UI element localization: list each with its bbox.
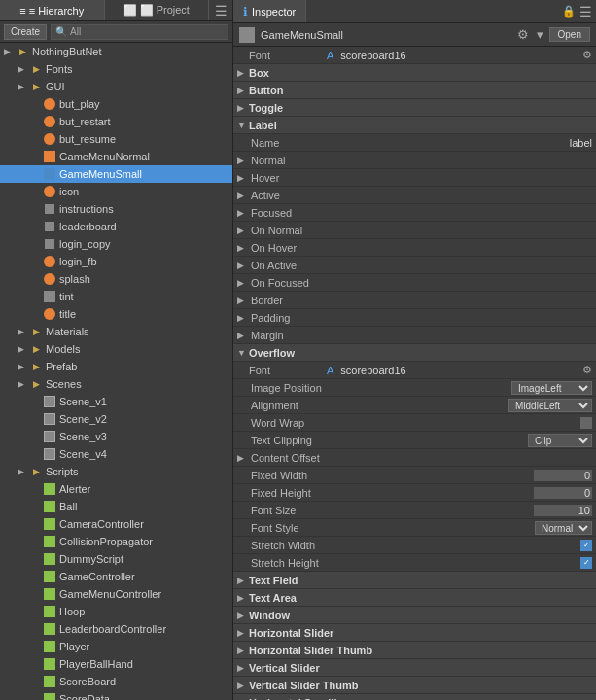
tree-item[interactable]: login_copy (0, 235, 232, 253)
inspector-tab-bar: ℹ Inspector 🔒 ☰ (233, 0, 596, 23)
tree-item[interactable]: ▶▶NothingButNet (0, 43, 232, 60)
open-button[interactable]: Open (549, 27, 590, 42)
script-icon (43, 622, 56, 636)
box-section[interactable]: ▶ Box (233, 64, 596, 82)
text-clipping-select[interactable]: Clip Overflow (528, 434, 592, 447)
fixed-height-input[interactable] (534, 487, 592, 499)
tree-item-label: Scripts (46, 466, 79, 477)
tree-item[interactable]: login_fb (0, 253, 232, 270)
tree-item[interactable]: DummyScript (0, 550, 232, 568)
font-style-select[interactable]: Normal Bold Italic (535, 521, 592, 535)
fixed-width-input[interactable] (534, 470, 592, 481)
tree-item[interactable]: tint (0, 288, 232, 305)
tree-item[interactable]: ▶▶Materials (0, 323, 232, 340)
tree-item[interactable]: title (0, 305, 232, 323)
tree-item[interactable]: ScoreBoard (0, 673, 232, 690)
tree-item[interactable]: ScoreData (0, 690, 232, 700)
tree-item[interactable]: GameMenuController (0, 585, 232, 603)
alignment-select[interactable]: MiddleLeft MiddleCenter MiddleRight (508, 399, 592, 412)
horizontal-slider-thumb-section[interactable]: ▶ Horizontal Slider Thumb (233, 642, 596, 659)
folder-icon: ▶ (29, 62, 43, 76)
tree-item[interactable]: Alerter (0, 480, 232, 498)
tab-project[interactable]: ⬜ ⬜ Project (105, 0, 210, 20)
text-field-section[interactable]: ▶ Text Field (233, 572, 596, 589)
active-row[interactable]: ▶ Active (233, 187, 596, 204)
normal-row[interactable]: ▶ Normal (233, 152, 596, 169)
tree-item[interactable]: LeaderboardController (0, 620, 232, 638)
border-row[interactable]: ▶ Border (233, 292, 596, 309)
image-position-select[interactable]: ImageLeft ImageRight ImageAbove ImageBel… (511, 381, 592, 395)
overflow-section[interactable]: ▼ Overflow (233, 344, 596, 362)
tree-item[interactable]: but_resume (0, 130, 232, 148)
on-active-row[interactable]: ▶ On Active (233, 257, 596, 274)
menu-icon: ☰ (215, 3, 228, 18)
window-section[interactable]: ▶ Window (233, 607, 596, 624)
tree-item[interactable]: GameMenuNormal (0, 148, 232, 165)
tree-item[interactable]: but_play (0, 95, 232, 113)
content-offset-row[interactable]: ▶ Content Offset (233, 449, 596, 467)
on-normal-row[interactable]: ▶ On Normal (233, 222, 596, 239)
left-panel-menu-btn[interactable]: ☰ (209, 0, 232, 20)
tree-item[interactable]: Player (0, 638, 232, 655)
tree-item[interactable]: Scene_v2 (0, 410, 232, 428)
tree-item[interactable]: ▶▶GUI (0, 78, 232, 95)
word-wrap-checkbox[interactable] (580, 417, 592, 429)
tree-item[interactable]: ▶▶Fonts (0, 60, 232, 78)
tree-item[interactable]: ▶▶Models (0, 340, 232, 358)
tree-item-label: splash (59, 273, 90, 285)
tree-item[interactable]: Scene_v1 (0, 393, 232, 410)
vertical-slider-thumb-section[interactable]: ▶ Vertical Slider Thumb (233, 677, 596, 694)
stretch-width-checkbox[interactable]: ✓ (580, 540, 592, 551)
tree-item[interactable]: ▶▶Scripts (0, 463, 232, 480)
folder-icon: ▶ (29, 342, 43, 356)
tree-item[interactable]: Scene_v4 (0, 445, 232, 463)
tree-item[interactable]: Hoop (0, 603, 232, 620)
font-settings-icon[interactable]: ⚙ (582, 49, 592, 61)
inspector-menu-icon[interactable]: ☰ (579, 4, 592, 19)
tree-item[interactable]: Ball (0, 498, 232, 515)
toggle-section[interactable]: ▶ Toggle (233, 99, 596, 117)
focused-arrow: ▶ (237, 208, 249, 218)
lock-icon[interactable]: 🔒 (562, 5, 576, 18)
tab-hierarchy[interactable]: ≡ ≡ Hierarchy (0, 0, 105, 20)
tree-item[interactable]: icon (0, 183, 232, 200)
create-button[interactable]: Create (4, 24, 47, 40)
tree-item[interactable]: ▶▶Scenes (0, 375, 232, 393)
vertical-slider-section[interactable]: ▶ Vertical Slider (233, 659, 596, 677)
tree-item[interactable]: splash (0, 270, 232, 288)
tree-item[interactable]: PlayerBallHand (0, 655, 232, 673)
tree-item[interactable]: instructions (0, 200, 232, 218)
script-icon (43, 675, 56, 688)
search-box[interactable]: 🔍 All (51, 24, 228, 40)
tree-item-label: GUI (46, 81, 65, 92)
tree-item-label: tint (59, 291, 74, 302)
horizontal-scrollbar-section[interactable]: ▶ Horizontal Scrollbar (233, 694, 596, 700)
font-size-input[interactable] (534, 505, 592, 516)
tree-item[interactable]: CollisionPropagator (0, 533, 232, 550)
settings-extra-icon[interactable]: ▾ (537, 27, 543, 42)
padding-row[interactable]: ▶ Padding (233, 309, 596, 327)
stretch-height-checkbox[interactable]: ✓ (580, 557, 592, 569)
tree-item[interactable]: ▶▶Prefab (0, 358, 232, 375)
horizontal-slider-section[interactable]: ▶ Horizontal Slider (233, 624, 596, 642)
tree-item[interactable]: but_restart (0, 113, 232, 130)
tree-item[interactable]: CameraController (0, 515, 232, 533)
tree-item[interactable]: GameMenuSmall (0, 165, 232, 183)
settings-gear-icon[interactable]: ⚙ (517, 27, 529, 42)
overflow-font-settings-icon[interactable]: ⚙ (582, 364, 592, 376)
project-icon: ⬜ (123, 4, 137, 17)
on-focused-arrow: ▶ (237, 278, 249, 288)
focused-row[interactable]: ▶ Focused (233, 204, 596, 222)
on-hover-row[interactable]: ▶ On Hover (233, 239, 596, 257)
on-hover-label: On Hover (249, 242, 592, 254)
on-focused-row[interactable]: ▶ On Focused (233, 274, 596, 292)
tree-item[interactable]: GameController (0, 568, 232, 585)
text-area-section[interactable]: ▶ Text Area (233, 589, 596, 607)
button-section[interactable]: ▶ Button (233, 82, 596, 99)
tab-inspector[interactable]: ℹ Inspector (233, 0, 306, 22)
label-section[interactable]: ▼ Label (233, 117, 596, 134)
hover-row[interactable]: ▶ Hover (233, 169, 596, 187)
margin-row[interactable]: ▶ Margin (233, 327, 596, 344)
tree-item[interactable]: Scene_v3 (0, 428, 232, 445)
tree-item[interactable]: leaderboard (0, 218, 232, 235)
